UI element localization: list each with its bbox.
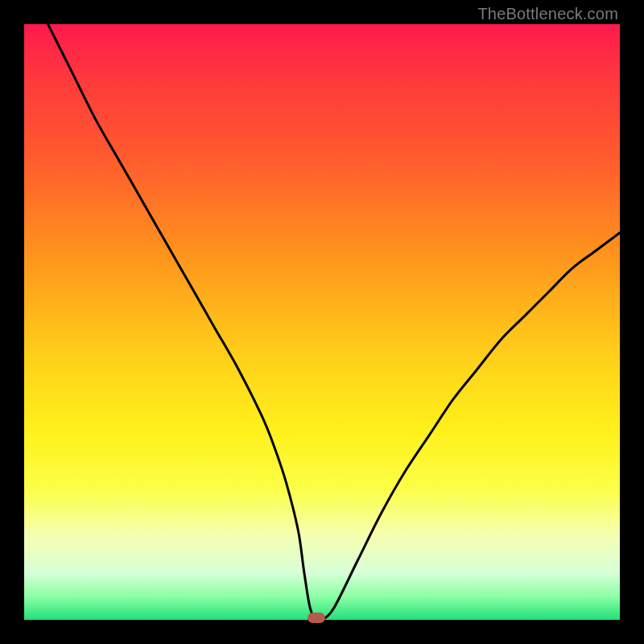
bottleneck-curve: [24, 24, 620, 620]
plot-area: [24, 24, 620, 620]
chart-frame: TheBottleneck.com: [0, 0, 644, 644]
watermark-text: TheBottleneck.com: [477, 5, 618, 23]
optimal-marker: [308, 613, 325, 623]
